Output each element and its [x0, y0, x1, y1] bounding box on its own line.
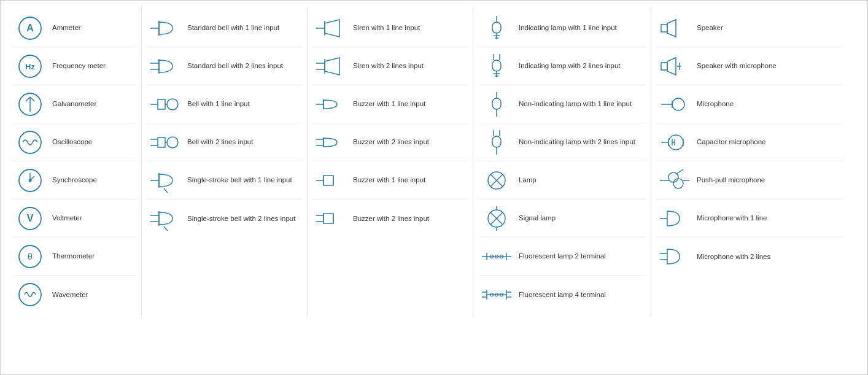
- list-item: A Ammeter: [12, 9, 136, 47]
- svg-rect-65: [492, 60, 501, 71]
- column-lamps: Indicating lamp with 1 line input Indica…: [473, 7, 651, 316]
- single-stroke-bell-1-label: Single-stroke bell with 1 line input: [187, 175, 292, 185]
- frequency-meter-symbol: Hz: [14, 53, 46, 80]
- buzzer-box-2-symbol: [315, 205, 347, 232]
- list-item: Single-stroke bell with 2 lines input: [147, 199, 302, 238]
- list-item: Buzzer with 2 lines input: [312, 199, 468, 238]
- svg-rect-70: [492, 98, 501, 109]
- siren-1-label: Siren with 1 line input: [353, 23, 420, 33]
- push-pull-mic-label: Push-pull microphone: [697, 175, 765, 185]
- svg-line-119: [676, 169, 683, 174]
- mic-1-line-symbol: [659, 205, 691, 232]
- non-ind-lamp-1-label: Non-indicating lamp with 1 line input: [519, 99, 632, 109]
- list-item: Hz Frequency meter: [12, 47, 136, 85]
- svg-point-30: [167, 137, 178, 148]
- single-stroke-bell-1-symbol: [149, 167, 181, 194]
- voltmeter-symbol: V: [14, 205, 46, 232]
- single-stroke-bell-2-label: Single-stroke bell with 2 lines input: [187, 214, 295, 223]
- list-item: Non-indicating lamp with 2 lines input: [478, 123, 646, 161]
- single-stroke-bell-2-symbol: [149, 205, 181, 232]
- svg-point-109: [668, 135, 683, 150]
- svg-text:V: V: [27, 213, 34, 223]
- list-item: Standard bell with 1 line input: [147, 9, 302, 47]
- oscilloscope-label: Oscilloscope: [52, 137, 92, 147]
- speaker-label: Speaker: [697, 23, 723, 33]
- push-pull-mic-symbol: [659, 167, 691, 194]
- ind-lamp-2-symbol: [481, 53, 513, 80]
- non-ind-lamp-1-symbol: [481, 91, 513, 118]
- std-bell-1-symbol: [149, 15, 181, 42]
- siren-2-symbol: [315, 53, 347, 80]
- fluor-lamp-4-symbol: [481, 281, 513, 308]
- non-ind-lamp-2-label: Non-indicating lamp with 2 lines input: [519, 137, 635, 147]
- fluor-lamp-4-label: Fluorescent lamp 4 terminal: [519, 290, 606, 300]
- list-item: θ Thermometer: [12, 238, 136, 276]
- list-item: Indicating lamp with 2 lines input: [478, 47, 646, 85]
- buzzer-1-symbol: [315, 91, 347, 118]
- buzzer-box-1-symbol: [315, 167, 347, 194]
- buzzer-2-symbol: [315, 129, 347, 156]
- siren-2-label: Siren with 2 lines input: [353, 61, 424, 71]
- list-item: Buzzer with 1 line input: [312, 85, 468, 123]
- svg-rect-74: [492, 136, 501, 147]
- buzzer-box-1-label: Buzzer with 1 line input: [353, 175, 425, 185]
- list-item: Standard bell with 2 lines input: [147, 47, 302, 85]
- synchroscope-symbol: [14, 167, 46, 194]
- lamp-label: Lamp: [519, 175, 537, 185]
- galvanometer-label: Galvanometer: [52, 99, 96, 109]
- speaker-symbol: [659, 15, 691, 42]
- mic-1-line-label: Microphone with 1 line: [697, 213, 767, 223]
- ammeter-label: Ammeter: [52, 23, 81, 33]
- list-item: V Voltmeter: [12, 199, 136, 238]
- non-ind-lamp-2-symbol: [481, 129, 513, 156]
- capacitor-mic-symbol: [659, 129, 691, 156]
- svg-line-38: [164, 226, 168, 231]
- voltmeter-label: Voltmeter: [52, 213, 82, 223]
- svg-rect-24: [158, 99, 165, 109]
- bell-1-label: Bell with 1 line input: [187, 99, 250, 109]
- svg-rect-103: [661, 63, 667, 70]
- list-item: Bell with 1 line input: [147, 85, 302, 123]
- svg-point-106: [672, 98, 684, 110]
- speaker-mic-symbol: [659, 53, 691, 80]
- thermometer-symbol: θ: [14, 243, 46, 270]
- svg-point-118: [673, 179, 683, 188]
- std-bell-2-symbol: [149, 53, 181, 80]
- svg-rect-29: [158, 137, 165, 147]
- speaker-mic-label: Speaker with microphone: [697, 61, 777, 71]
- mic-2-lines-symbol: [659, 243, 691, 270]
- svg-point-8: [19, 131, 41, 153]
- svg-line-6: [26, 97, 30, 101]
- list-item: Fluorescent lamp 2 terminal: [478, 238, 646, 276]
- column-sirens: Siren with 1 line input Siren with 2 lin…: [308, 7, 473, 316]
- svg-point-12: [29, 179, 32, 182]
- lamp-symbol: [481, 167, 513, 194]
- svg-rect-102: [661, 25, 667, 32]
- ind-lamp-1-label: Indicating lamp with 1 line input: [519, 23, 617, 33]
- list-item: Microphone: [656, 85, 843, 123]
- list-item: Buzzer with 2 lines input: [312, 123, 468, 161]
- list-item: Buzzer with 1 line input: [312, 161, 468, 199]
- column-bells: Standard bell with 1 line input Standard…: [142, 7, 308, 316]
- signal-lamp-label: Signal lamp: [519, 213, 556, 223]
- list-item: Speaker with microphone: [656, 47, 843, 85]
- list-item: Lamp: [478, 161, 646, 199]
- list-item: Oscilloscope: [12, 123, 136, 161]
- buzzer-2-label: Buzzer with 2 lines input: [353, 137, 429, 147]
- list-item: Microphone with 2 lines: [656, 238, 843, 276]
- mic-2-lines-label: Microphone with 2 lines: [697, 252, 770, 261]
- list-item: Non-indicating lamp with 1 line input: [478, 85, 646, 123]
- svg-point-25: [167, 99, 178, 110]
- galvanometer-symbol: [14, 91, 46, 118]
- list-item: Wavemeter: [12, 276, 136, 314]
- microphone-label: Microphone: [697, 99, 734, 109]
- list-item: Siren with 2 lines input: [312, 47, 468, 85]
- list-item: Bell with 2 lines input: [147, 123, 302, 161]
- signal-lamp-symbol: [481, 205, 513, 232]
- svg-point-17: [19, 284, 41, 306]
- svg-line-7: [30, 97, 34, 101]
- synchroscope-label: Synchroscope: [52, 175, 97, 185]
- capacitor-mic-label: Capacitor microphone: [697, 137, 766, 147]
- siren-1-symbol: [315, 15, 347, 42]
- frequency-meter-label: Frequency meter: [52, 61, 106, 71]
